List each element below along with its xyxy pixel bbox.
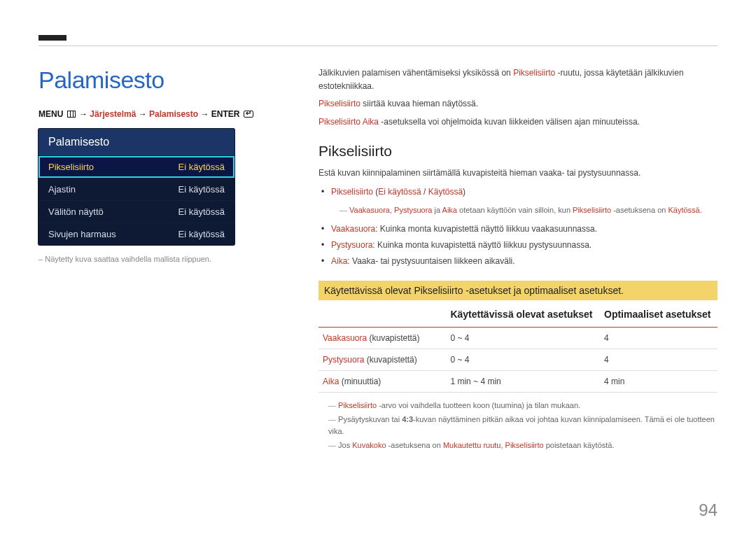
menu-row-label: Välitön näyttö [48,206,104,217]
settings-table: Käytettävissä olevat asetukset Optimaali… [318,303,718,393]
text: -asetuksena on [386,441,443,449]
table-title-strip: Käytettävissä olevat Pikselisiirto -aset… [318,281,718,300]
text-highlight: Kuvakoko [352,441,386,449]
bullet-list: Pikselisiirto (Ei käytössä / Käytössä) [318,184,718,200]
table-cell-opt: 4 min [600,371,718,393]
table-cell-avail: 0 ~ 4 [446,328,600,349]
text-highlight: Pikselisiirto [338,401,377,409]
header-divider [38,45,718,46]
table-col-empty [318,303,446,328]
text: Jos [338,441,352,449]
section-heading: Pikselisiirto [318,143,718,160]
text-highlight: Pikselisiirto [573,206,611,214]
menu-row-sivujen[interactable]: Sivujen harmaus Ei käytössä [38,223,234,245]
text: (kuvapistettä) [367,333,419,343]
breadcrumb-seg1: Järjestelmä [90,109,136,119]
text: -arvo voi vaihdella tuotteen koon (tuumi… [377,401,580,409]
text-highlight: Aika [442,206,457,214]
text: : Kuinka monta kuvapistettä näyttö liikk… [372,240,592,250]
text: -asetuksena on [611,206,668,214]
text-highlight: Vaakasuora [349,206,390,214]
text: : Vaaka- tai pystysuuntaisen liikkeen ai… [347,256,514,266]
text-highlight: Pystysuora [394,206,432,214]
menu-row-label: Pikselisiirto [48,162,94,172]
intro-block: Jälkikuvien palamisen vähentämiseksi yks… [318,66,718,129]
breadcrumb-seg2: Palamisesto [149,109,198,119]
intro-para-1: Jälkikuvien palamisen vähentämiseksi yks… [318,66,718,93]
table-cell-key: Vaakasuora (kuvapistettä) [318,328,446,349]
text-bold: 4:3 [402,415,413,423]
table-cell-opt: 4 [600,349,718,371]
page-content: Palamisesto MENU → Järjestelmä → Palamis… [38,66,718,454]
table-cell-opt: 4 [600,328,718,349]
menu-box-header: Palamisesto [38,129,234,155]
subnote: Vaakasuora, Pystysuora ja Aika otetaan k… [318,204,718,217]
text-highlight: Pystysuora [323,355,364,365]
bullet-item: Pikselisiirto (Ei käytössä / Käytössä) [331,184,718,200]
text: -asetuksella voi ohjelmoida kuvan liikke… [379,117,640,127]
bullet-item: Pystysuora: Kuinka monta kuvapistettä nä… [331,237,718,253]
table-row: Vaakasuora (kuvapistettä) 0 ~ 4 4 [318,328,718,349]
table-cell-avail: 1 min ~ 4 min [446,371,600,393]
text-highlight: Mukautettu ruutu [443,441,501,449]
intro-para-2: Pikselisiirto siirtää kuvaa hieman näytö… [318,97,718,111]
text: ) [463,187,465,197]
table-row: Pystysuora (kuvapistettä) 0 ~ 4 4 [318,349,718,371]
menu-row-pikselisiirto[interactable]: Pikselisiirto Ei käytössä [38,155,234,178]
text-highlight: Pikselisiirto [505,441,544,449]
text: otetaan käyttöön vain silloin, kun [457,206,573,214]
text-highlight: Pystysuora [331,240,372,250]
table-col-optimal: Optimaaliset asetukset [600,303,718,328]
footnote: Jos Kuvakoko -asetuksena on Mukautettu r… [318,440,718,452]
section-intro: Estä kuvan kiinnipalaminen siirtämällä k… [318,167,718,180]
text-highlight: Pikselisiirto [513,68,555,78]
menu-row-valiton[interactable]: Välitön näyttö Ei käytössä [38,200,234,223]
text: (kuvapistettä) [364,355,416,365]
menu-row-value: Ei käytössä [178,206,225,217]
text-highlight: Pikselisiirto [318,99,360,108]
footnotes: Pikselisiirto -arvo voi vaihdella tuotte… [318,400,718,451]
table-col-available: Käytettävissä olevat asetukset [446,303,600,328]
menu-row-label: Ajastin [48,184,76,195]
text: Pysäytyskuvan tai [338,415,402,423]
enter-icon [244,111,253,118]
table-row: Aika (minuuttia) 1 min ~ 4 min 4 min [318,371,718,393]
menu-row-value: Ei käytössä [178,229,225,239]
text-highlight: Vaakasuora [331,224,375,234]
table-cell-key: Pystysuora (kuvapistettä) [318,349,446,371]
text-highlight: Pikselisiirto [331,187,373,197]
page-title: Palamisesto [38,66,298,94]
page-number: 94 [699,500,718,520]
menu-row-value: Ei käytössä [178,184,225,195]
menu-icon [67,111,76,118]
menu-row-ajastin[interactable]: Ajastin Ei käytössä [38,178,234,200]
footnote: Pysäytyskuvan tai 4:3-kuvan näyttäminen … [318,414,718,438]
left-column: Palamisesto MENU → Järjestelmä → Palamis… [38,66,298,454]
breadcrumb: MENU → Järjestelmä → Palamisesto → ENTER [38,109,298,119]
text-highlight: Ei käytössä [378,187,421,197]
text-highlight: Vaakasuora [323,333,367,343]
text-highlight: Pikselisiirto Aika [318,117,379,127]
table-header-row: Käytettävissä olevat asetukset Optimaali… [318,303,718,328]
text-highlight: Käytössä [428,187,463,197]
menu-caption: Näytetty kuva saattaa vaihdella mallista… [38,255,298,263]
intro-para-3: Pikselisiirto Aika -asetuksella voi ohje… [318,115,718,129]
table-cell-key: Aika (minuuttia) [318,371,446,393]
menu-row-label: Sivujen harmaus [48,229,116,239]
bullet-item: Vaakasuora: Kuinka monta kuvapistettä nä… [331,221,718,237]
breadcrumb-prefix: MENU [38,109,63,119]
text: : Kuinka monta kuvapistettä näyttö liikk… [375,224,597,234]
text-highlight: Käytössä [668,206,699,214]
right-column: Jälkikuvien palamisen vähentämiseksi yks… [298,66,718,454]
table-cell-avail: 0 ~ 4 [446,349,600,371]
text-highlight: Aika [323,377,339,386]
text: . [700,206,702,214]
text: ja [433,206,442,214]
text-highlight: Aika [331,256,347,266]
header-marker [38,35,66,41]
breadcrumb-suffix: ENTER [211,109,240,119]
text: poistetaan käytöstä. [544,441,615,449]
bullet-item: Aika: Vaaka- tai pystysuuntaisen liikkee… [331,253,718,269]
text: Jälkikuvien palamisen vähentämiseksi yks… [318,68,513,78]
footnote: Pikselisiirto -arvo voi vaihdella tuotte… [318,400,718,412]
